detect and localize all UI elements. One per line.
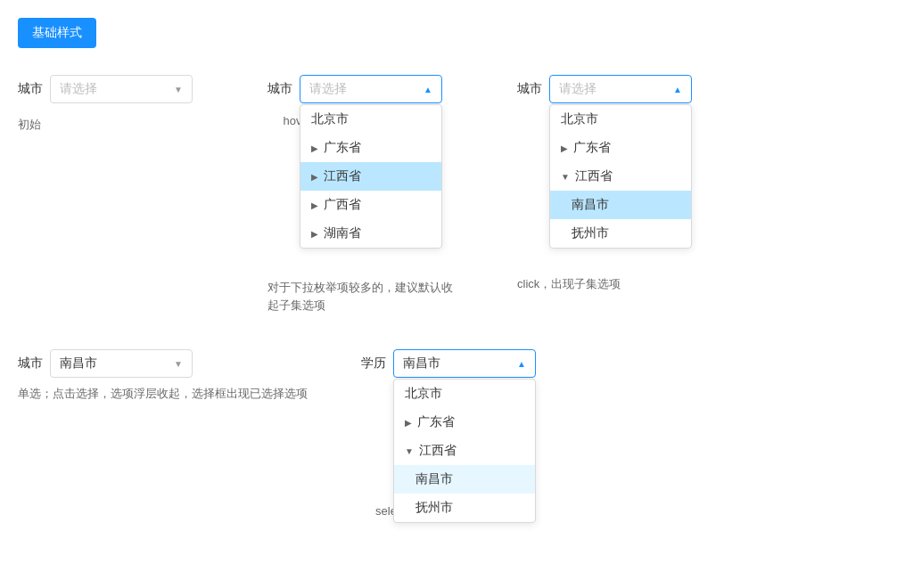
tri-down-click-jx: ▼: [561, 172, 570, 182]
basic-style-button[interactable]: 基础样式: [18, 18, 96, 48]
dropdown-container-click: 请选择 ▲ 北京市 ▶ 广东省 ▼ 江西省 南昌市 抚州市: [549, 75, 692, 103]
tri-right-guangxi: ▶: [311, 200, 318, 210]
dropdown-click-fuzhou[interactable]: 抚州市: [550, 219, 691, 248]
arrow-up-icon-select: ▲: [517, 359, 526, 369]
select-selected[interactable]: 南昌市 ▼: [50, 349, 193, 378]
select-hover-placeholder: 请选择: [309, 81, 347, 97]
bottom-section-row: 城市 南昌市 ▼ 单选；点击选择，选项浮层收起，选择框出现已选择选项 学历 南昌…: [18, 349, 895, 588]
top-section-row: 城市 请选择 ▼ 初始 城市 请选择 ▲ 北京市 ▶ 广东省: [18, 75, 895, 314]
city-label-initial: 城市: [18, 81, 43, 97]
tri-down-select-jx: ▼: [405, 446, 414, 456]
tri-right-select-gd: ▶: [405, 418, 412, 428]
dropdown-menu-hover: 北京市 ▶ 广东省 ▶ 江西省 ▶ 广西省 ▶ 湖南省: [300, 104, 442, 249]
arrow-down-icon-initial: ▼: [174, 85, 183, 94]
demo-hover: 城市 请选择 ▲ 北京市 ▶ 广东省 ▶ 江西省 ▶ 广西省: [267, 75, 464, 314]
tri-right-hunan: ▶: [311, 229, 318, 239]
dropdown-item-jiangxi-hover[interactable]: ▶ 江西省: [300, 162, 441, 191]
demo-selected: 城市 南昌市 ▼ 单选；点击选择，选项浮层收起，选择框出现已选择选项: [18, 349, 308, 403]
dropdown-container-hover: 请选择 ▲ 北京市 ▶ 广东省 ▶ 江西省 ▶ 广西省 ▶ 湖南省: [300, 75, 442, 103]
demo-initial: 城市 请选择 ▼ 初始: [18, 75, 214, 134]
dropdown-item-beijing[interactable]: 北京市: [300, 105, 441, 134]
dropdown-click-guangdong[interactable]: ▶ 广东省: [550, 134, 691, 162]
dropdown-select-guangdong[interactable]: ▶ 广东省: [394, 408, 535, 437]
dropdown-item-guangxi[interactable]: ▶ 广西省: [300, 191, 441, 219]
dropdown-container-select: 南昌市 ▲ 北京市 ▶ 广东省 ▼ 江西省 南昌市 抚州市: [393, 349, 536, 378]
desc-hover: 对于下拉枚举项较多的，建议默认收起子集选项: [267, 279, 464, 314]
dropdown-click-beijing[interactable]: 北京市: [550, 105, 691, 134]
tri-right-click-gd: ▶: [561, 143, 568, 153]
select-hover[interactable]: 请选择 ▲: [300, 75, 442, 103]
dropdown-item-guangdong[interactable]: ▶ 广东省: [300, 134, 441, 162]
select-click[interactable]: 请选择 ▲: [549, 75, 692, 103]
dropdown-item-hunan[interactable]: ▶ 湖南省: [300, 219, 441, 248]
dropdown-select-jiangxi[interactable]: ▼ 江西省: [394, 437, 535, 465]
select-initial-placeholder: 请选择: [60, 81, 97, 97]
desc-selected: 单选；点击选择，选项浮层收起，选择框出现已选择选项: [18, 387, 308, 400]
desc-click: click，出现子集选项: [517, 275, 621, 293]
dropdown-select-nanchang[interactable]: 南昌市: [394, 465, 535, 494]
select-initial[interactable]: 请选择 ▼: [50, 75, 193, 103]
dropdown-click-jiangxi[interactable]: ▼ 江西省: [550, 162, 691, 191]
dropdown-menu-click: 北京市 ▶ 广东省 ▼ 江西省 南昌市 抚州市: [549, 104, 692, 249]
field-row-select-state: 学历 南昌市 ▲ 北京市 ▶ 广东省 ▼ 江西省 南昌市 抚州市: [361, 349, 536, 378]
select-state-box[interactable]: 南昌市 ▲: [393, 349, 536, 378]
arrow-up-icon-click: ▲: [673, 85, 682, 94]
arrow-down-icon-selected: ▼: [174, 359, 183, 369]
city-label-hover: 城市: [267, 81, 292, 97]
dropdown-menu-select: 北京市 ▶ 广东省 ▼ 江西省 南昌市 抚州市: [393, 379, 536, 523]
field-row-selected: 城市 南昌市 ▼: [18, 349, 308, 378]
dropdown-select-beijing[interactable]: 北京市: [394, 380, 535, 408]
edu-label: 学历: [361, 355, 386, 372]
city-label-selected: 城市: [18, 355, 43, 372]
city-label-click: 城市: [517, 81, 542, 97]
tri-right-guangdong: ▶: [311, 143, 318, 153]
demo-select-state: 学历 南昌市 ▲ 北京市 ▶ 广东省 ▼ 江西省 南昌市 抚州市: [361, 349, 536, 588]
tri-right-jiangxi: ▶: [311, 172, 318, 182]
selected-value-display: 南昌市: [60, 355, 97, 372]
dropdown-click-nanchang[interactable]: 南昌市: [550, 191, 691, 219]
select-click-placeholder: 请选择: [559, 81, 596, 97]
field-row-hover: 城市 请选择 ▲ 北京市 ▶ 广东省 ▶ 江西省 ▶ 广西省: [267, 75, 442, 103]
dropdown-select-fuzhou[interactable]: 抚州市: [394, 494, 535, 522]
arrow-up-icon-hover: ▲: [424, 85, 432, 94]
select-state-value: 南昌市: [403, 355, 440, 372]
field-row-initial: 城市 请选择 ▼: [18, 75, 193, 103]
demo-click: 城市 请选择 ▲ 北京市 ▶ 广东省 ▼ 江西省 南昌市 抚州市: [517, 75, 692, 293]
field-row-click: 城市 请选择 ▲ 北京市 ▶ 广东省 ▼ 江西省 南昌市 抚州市: [517, 75, 692, 103]
desc-initial: 初始: [18, 116, 41, 134]
